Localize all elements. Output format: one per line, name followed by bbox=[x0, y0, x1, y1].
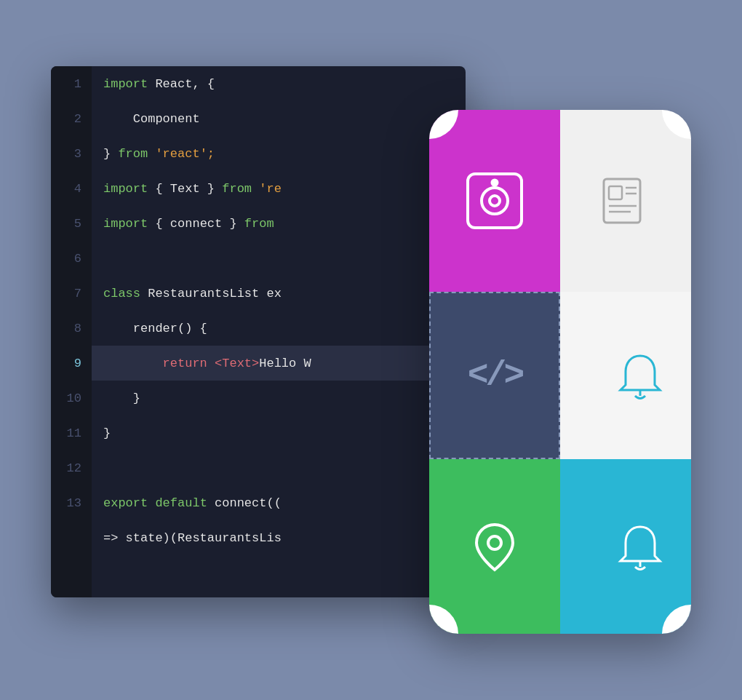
keyword-from-4: from bbox=[222, 182, 252, 196]
line-10: 10 bbox=[51, 381, 92, 415]
code-space-4 bbox=[252, 182, 259, 196]
line-9: 9 bbox=[51, 346, 92, 381]
keyword-class-7: class bbox=[103, 287, 140, 301]
code-brace-3: } bbox=[103, 147, 118, 161]
news-icon bbox=[600, 175, 651, 226]
code-line-12 bbox=[92, 450, 466, 485]
code-brackets-icon: </> bbox=[468, 356, 522, 395]
line-11: 11 bbox=[51, 415, 92, 450]
keyword-return-9: return bbox=[103, 357, 215, 370]
cyan-tile-icon bbox=[615, 521, 666, 572]
line-5: 5 bbox=[51, 206, 92, 241]
app-grid: </> bbox=[429, 110, 691, 634]
line-7: 7 bbox=[51, 276, 92, 311]
code-text-11: } bbox=[103, 426, 111, 440]
line-13: 13 bbox=[51, 485, 92, 520]
code-text-10: } bbox=[103, 391, 140, 405]
line-8: 8 bbox=[51, 311, 92, 346]
code-text-13: connect(( bbox=[207, 496, 282, 510]
keyword-import-5: import bbox=[103, 217, 148, 231]
code-text-14: => state)(RestaurantsLis bbox=[103, 531, 282, 545]
tile-news bbox=[560, 110, 691, 292]
location-pin-icon bbox=[466, 517, 524, 576]
line-12: 12 bbox=[51, 450, 92, 485]
tile-speaker bbox=[429, 110, 560, 292]
bell-icon bbox=[615, 350, 666, 401]
svg-point-2 bbox=[490, 196, 500, 206]
main-scene: 1 2 3 4 5 6 7 8 9 10 11 12 13 import Rea… bbox=[51, 66, 691, 634]
keyword-export-13: export bbox=[103, 496, 148, 510]
svg-rect-4 bbox=[604, 179, 640, 223]
code-line-7: class RestaurantsList ex bbox=[92, 276, 466, 311]
code-line-6 bbox=[92, 241, 466, 276]
speaker-icon bbox=[462, 168, 527, 234]
code-line-1: import React, { bbox=[92, 66, 466, 101]
editor-code-content: import React, { Component } from 'react'… bbox=[92, 66, 466, 597]
line-1: 1 bbox=[51, 66, 92, 101]
tile-cyan bbox=[560, 459, 691, 634]
keyword-from-3: from bbox=[118, 147, 148, 161]
tile-bell bbox=[560, 292, 691, 459]
line-2: 2 bbox=[51, 101, 92, 136]
code-line-5: import { connect } from bbox=[92, 206, 466, 241]
keyword-import-4: import bbox=[103, 182, 148, 196]
code-line-2: Component bbox=[92, 101, 466, 136]
code-line-8: render() { bbox=[92, 311, 466, 346]
code-text-2: Component bbox=[103, 112, 200, 126]
keyword-import-1: import bbox=[103, 77, 148, 91]
code-text-1: React, { bbox=[148, 77, 215, 91]
svg-point-3 bbox=[492, 180, 498, 186]
code-text-7: RestaurantsList ex bbox=[140, 287, 282, 301]
code-space-3 bbox=[148, 147, 155, 161]
code-line-11: } bbox=[92, 415, 466, 450]
phone-screen: </> bbox=[429, 110, 691, 634]
code-string-3: 'react'; bbox=[155, 147, 215, 161]
code-text-9: Hello W bbox=[259, 357, 311, 370]
code-line-14: => state)(RestaurantsLis bbox=[92, 520, 466, 555]
code-space-13 bbox=[148, 496, 155, 510]
keyword-from-5: from bbox=[244, 217, 274, 231]
code-line-3: } from 'react'; bbox=[92, 136, 466, 171]
tile-location bbox=[429, 459, 560, 634]
jsx-tag-9: <Text> bbox=[215, 357, 259, 370]
svg-point-1 bbox=[482, 188, 508, 214]
code-line-4: import { Text } from 're bbox=[92, 171, 466, 206]
line-14 bbox=[51, 520, 92, 555]
code-text-4: { Text } bbox=[148, 182, 222, 196]
keyword-default-13: default bbox=[155, 496, 207, 510]
svg-point-11 bbox=[488, 536, 501, 549]
editor-gutter: 1 2 3 4 5 6 7 8 9 10 11 12 13 bbox=[51, 66, 92, 597]
code-text-5: { connect } bbox=[148, 217, 244, 231]
line-6: 6 bbox=[51, 241, 92, 276]
line-3: 3 bbox=[51, 136, 92, 171]
tile-code-brackets: </> bbox=[429, 292, 560, 459]
phone-mockup: </> bbox=[429, 110, 691, 634]
code-line-10: } bbox=[92, 381, 466, 415]
svg-rect-5 bbox=[609, 186, 622, 199]
line-4: 4 bbox=[51, 171, 92, 206]
code-text-8: render() { bbox=[103, 322, 207, 335]
code-line-13: export default connect(( bbox=[92, 485, 466, 520]
code-string-4: 're bbox=[259, 182, 282, 196]
code-line-9: return <Text> Hello W bbox=[92, 346, 466, 381]
code-editor: 1 2 3 4 5 6 7 8 9 10 11 12 13 import Rea… bbox=[51, 66, 466, 597]
